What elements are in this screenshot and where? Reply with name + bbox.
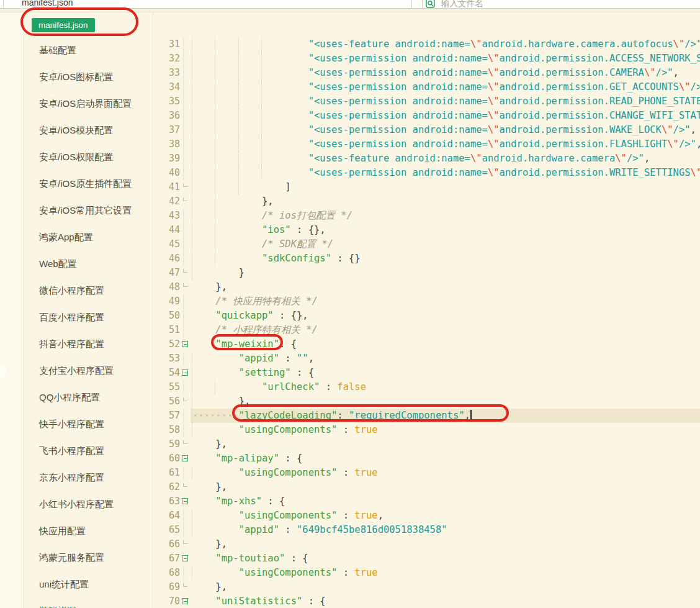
code-editor[interactable]: 31 "<uses-feature android:name=\"android… (154, 12, 700, 608)
code-line[interactable]: 42 }, (154, 194, 700, 209)
code-line[interactable]: 48 }, (154, 280, 700, 294)
line-number: 36 (154, 109, 180, 123)
code-line[interactable]: 35 "<uses-permission android:name=\"andr… (154, 94, 700, 109)
sidebar-item[interactable]: 百度小程序配置 (25, 304, 153, 330)
code-line[interactable]: 32 "<uses-permission android:name=\"andr… (154, 52, 700, 66)
code-line[interactable]: 67 "mp-toutiao" : { (154, 551, 700, 566)
code-line[interactable]: 58 "usingComponents" : true (154, 423, 700, 437)
code-line[interactable]: 70 "uniStatistics" : { (154, 594, 700, 608)
code-line[interactable]: 57········"lazyCodeLoading": "requiredCo… (154, 409, 700, 423)
file-search-box[interactable]: 输入文件名 (426, 0, 483, 9)
string-token: "<uses-permission android:name= (308, 110, 488, 121)
sidebar-scrollbar-thumb[interactable] (0, 365, 6, 378)
sidebar-item[interactable]: 源码视图 (25, 597, 153, 608)
code-text: } (191, 266, 700, 280)
code-line[interactable]: 38 "<uses-permission android:name=\"andr… (154, 137, 700, 152)
fold-guide (180, 166, 191, 180)
sidebar-item[interactable]: 京东小程序配置 (25, 464, 153, 491)
sidebar-item[interactable]: 支付宝小程序配置 (25, 357, 153, 384)
sidebar-item[interactable]: 安卓/iOS原生插件配置 (25, 170, 153, 197)
fold-collapse-icon[interactable] (180, 551, 191, 566)
sidebar-item[interactable]: 安卓/iOS启动界面配置 (25, 90, 153, 117)
fold-guide (180, 94, 191, 109)
indent-spaces (192, 481, 215, 492)
code-text: "mp-xhs" : { (191, 494, 700, 509)
sidebar-item[interactable]: 安卓/iOS常用其它设置 (25, 197, 153, 224)
sidebar-item[interactable]: Web配置 (25, 250, 153, 277)
sidebar-item[interactable]: 鸿蒙元服务配置 (25, 544, 153, 571)
code-text: "appid" : "", (191, 352, 700, 366)
sidebar-item[interactable]: 飞书小程序配置 (25, 437, 153, 464)
code-line[interactable]: 40 "<uses-permission android:name=\"andr… (154, 166, 700, 180)
code-line[interactable]: 36 "<uses-permission android:name=\"andr… (154, 109, 700, 123)
code-line[interactable]: 31 "<uses-feature android:name=\"android… (154, 37, 700, 52)
fold-guide (180, 409, 191, 423)
fold-collapse-icon[interactable] (180, 366, 191, 380)
indent-guide (261, 80, 262, 94)
punctuation-token: }, (262, 196, 274, 207)
tab-manifest-json[interactable]: manifest.json (22, 0, 73, 7)
code-line[interactable]: 69 }, (154, 580, 700, 594)
code-line[interactable]: 60 "mp-alipay" : { (154, 451, 700, 466)
code-line[interactable]: 53 "appid" : "", (154, 352, 700, 366)
code-line[interactable]: 56 }, (154, 394, 700, 409)
sidebar-item[interactable]: 快应用配置 (25, 517, 153, 544)
code-line[interactable]: 64 "usingComponents" : true, (154, 509, 700, 523)
code-line[interactable]: 52 "mp-weixin": { (154, 337, 700, 352)
manifest-file-badge[interactable]: manifest.json (32, 18, 95, 32)
code-line[interactable]: 51 /* 小程序特有相关 */ (154, 323, 700, 337)
sidebar-items: 基础配置安卓/iOS图标配置安卓/iOS启动界面配置安卓/iOS模块配置安卓/i… (25, 37, 153, 608)
line-number: 64 (154, 509, 180, 523)
code-line[interactable]: 65 "appid" : "649bcf45be816d0051838458" (154, 523, 700, 537)
fold-guide (180, 309, 191, 323)
code-line[interactable]: 44 "ios" : {}, (154, 223, 700, 237)
indent-spaces (192, 596, 215, 607)
code-line[interactable]: 68 "usingComponents" : true (154, 566, 700, 580)
code-line[interactable]: 37 "<uses-permission android:name=\"andr… (154, 123, 700, 137)
key-token: "setting" (239, 367, 291, 378)
code-line[interactable]: 45 /* SDK配置 */ (154, 237, 700, 252)
sidebar-item[interactable]: 快手小程序配置 (25, 411, 153, 437)
code-line[interactable]: 49 /* 快应用特有相关 */ (154, 294, 700, 309)
sidebar-item[interactable]: 安卓/iOS权限配置 (25, 143, 153, 170)
code-line[interactable]: 62 }, (154, 480, 700, 494)
sidebar-item[interactable]: 安卓/iOS模块配置 (25, 117, 153, 143)
sidebar-item[interactable]: 鸿蒙App配置 (25, 224, 153, 250)
code-line[interactable]: 39 "<uses-feature android:name=\"android… (154, 152, 700, 166)
code-line[interactable]: 43 /* ios打包配置 */ (154, 209, 700, 223)
sidebar-item[interactable]: 微信小程序配置 (25, 277, 153, 304)
escape-token: \" (470, 39, 482, 50)
code-line[interactable]: 61 "usingComponents" : true (154, 466, 700, 480)
key-token: "usingComponents" (239, 567, 338, 578)
sidebar-item[interactable]: 抖音小程序配置 (25, 330, 153, 357)
key-token: "mp-weixin" (215, 338, 279, 350)
code-line[interactable]: 41 ] (154, 180, 700, 194)
code-line[interactable]: 50 "quickapp" : {}, (154, 309, 700, 323)
boolean-token: true (354, 510, 377, 521)
code-line[interactable]: 54 "setting" : { (154, 366, 700, 380)
sidebar-item[interactable]: QQ小程序配置 (25, 384, 153, 411)
indent-guide (192, 123, 192, 137)
fold-collapse-icon[interactable] (180, 594, 191, 608)
indent-guide (192, 394, 192, 409)
fold-collapse-icon[interactable] (180, 494, 191, 509)
code-line[interactable]: 47 } (154, 266, 700, 280)
code-line[interactable]: 59 }, (154, 437, 700, 451)
punctuation-token: , (696, 138, 700, 150)
sidebar-item[interactable]: 小红书小程序配置 (25, 491, 153, 517)
sidebar-item[interactable]: uni统计配置 (25, 571, 153, 597)
indent-spaces (192, 181, 285, 193)
code-line[interactable]: 55 "urlCheck" : false (154, 380, 700, 394)
sidebar-item[interactable]: 基础配置 (25, 37, 153, 63)
code-line[interactable]: 46 "sdkConfigs" : {} (154, 252, 700, 266)
fold-collapse-icon[interactable] (180, 451, 191, 466)
code-line[interactable]: 33 "<uses-permission android:name=\"andr… (154, 66, 700, 80)
code-line[interactable]: 63 "mp-xhs" : { (154, 494, 700, 509)
code-text: ] (191, 180, 700, 194)
indent-spaces (192, 353, 239, 364)
code-line[interactable]: 66 }, (154, 537, 700, 551)
fold-collapse-icon[interactable] (180, 337, 191, 352)
line-number: 55 (154, 380, 180, 394)
code-line[interactable]: 34 "<uses-permission android:name=\"andr… (154, 80, 700, 94)
sidebar-item[interactable]: 安卓/iOS图标配置 (25, 63, 153, 90)
